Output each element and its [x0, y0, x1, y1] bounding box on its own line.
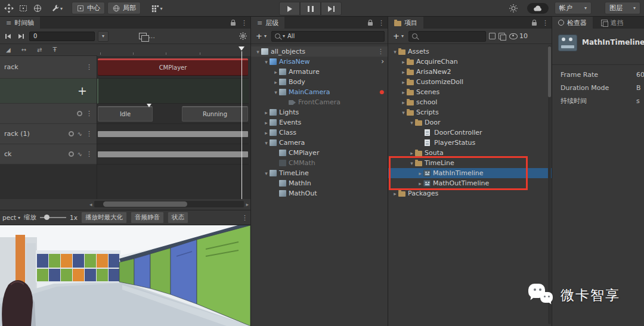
- expand-arrow-icon[interactable]: ▾: [255, 49, 261, 55]
- infinite-clip-bar[interactable]: [98, 151, 248, 157]
- project-row[interactable]: ▾ Scripts: [388, 107, 552, 117]
- scrollbar-thumb[interactable]: [548, 46, 551, 97]
- hierarchy-row[interactable]: ▾ Camera: [251, 138, 388, 148]
- tab-occlusion[interactable]: 遮挡: [595, 17, 630, 29]
- hierarchy-row[interactable]: ▸ Armature: [251, 67, 388, 77]
- step-button[interactable]: [321, 2, 342, 15]
- panel-menu-icon[interactable]: ⋮: [241, 20, 247, 26]
- project-row[interactable]: ▾ TimeLine: [388, 158, 552, 168]
- project-row[interactable]: ▸ Packages: [388, 188, 552, 198]
- scrollbar-thumb[interactable]: [103, 201, 187, 207]
- playhead-handle[interactable]: [239, 46, 244, 51]
- next-frame-button[interactable]: [16, 32, 26, 41]
- scroll-left-icon[interactable]: ◂: [89, 201, 92, 207]
- property-row[interactable]: Duration Mode B: [552, 81, 644, 94]
- project-row[interactable]: ▸ Scenes: [388, 87, 552, 97]
- expand-arrow-icon[interactable]: ▸: [273, 69, 279, 75]
- pause-button[interactable]: [300, 2, 321, 15]
- hierarchy-row[interactable]: ▸ Class: [251, 128, 388, 138]
- expand-arrow-icon[interactable]: ▸: [400, 59, 407, 65]
- expand-arrow-icon[interactable]: ▾: [392, 49, 398, 55]
- clip-marker[interactable]: [147, 104, 151, 107]
- hierarchy-row[interactable]: MathIn: [251, 178, 388, 188]
- expand-arrow-icon[interactable]: ▸: [263, 130, 270, 136]
- lock-icon[interactable]: [231, 22, 236, 26]
- mute-audio-button[interactable]: 音频静音: [131, 212, 164, 223]
- project-row[interactable]: ▸ ArisaNew2: [388, 67, 552, 77]
- infinite-clip-bar[interactable]: [98, 131, 248, 137]
- record-button[interactable]: [69, 151, 74, 157]
- panel-menu-icon[interactable]: ⋮: [542, 20, 549, 26]
- transform-tool-button[interactable]: [32, 3, 43, 14]
- track-menu-icon[interactable]: ⋮: [86, 64, 92, 70]
- curves-toggle-icon[interactable]: ∿: [78, 151, 82, 157]
- track-menu-icon[interactable]: ⋮: [86, 151, 92, 157]
- create-asset-button[interactable]: + ▾: [391, 32, 405, 41]
- tab-hierarchy[interactable]: ≡ 层级: [251, 17, 284, 29]
- track-header-animation-1[interactable]: rack (1) ∿ ⋮: [0, 124, 97, 144]
- expand-arrow-icon[interactable]: ▾: [263, 170, 270, 176]
- property-value[interactable]: s: [636, 97, 644, 105]
- pivot-toggle-button[interactable]: 中心: [72, 2, 105, 14]
- project-row[interactable]: ▸ CustomizeDoll: [388, 77, 552, 87]
- expand-arrow-icon[interactable]: ▸: [400, 100, 407, 105]
- track-lane-animation[interactable]: Idle Running: [97, 104, 249, 124]
- move-tool-button[interactable]: [4, 3, 14, 14]
- track-menu-icon[interactable]: ⋮: [86, 131, 92, 137]
- row-adornment[interactable]: ●: [379, 87, 384, 97]
- timeline-ruler[interactable]: [97, 44, 250, 57]
- lock-icon[interactable]: [532, 22, 537, 26]
- lighting-button[interactable]: [508, 3, 519, 14]
- track-header-cinemachine[interactable]: rack ⋮: [0, 56, 97, 79]
- expand-arrow-icon[interactable]: ▸: [400, 69, 407, 75]
- cloud-services-button[interactable]: [527, 3, 549, 14]
- track-group-lane[interactable]: [97, 79, 249, 104]
- add-track-button[interactable]: +: [78, 85, 87, 97]
- hierarchy-row[interactable]: ▸ Events: [251, 117, 388, 128]
- hierarchy-row[interactable]: ▾ all_objects ⋮: [251, 46, 388, 57]
- grid-snap-button[interactable]: ▾: [148, 3, 166, 14]
- zoom-slider[interactable]: [40, 217, 66, 218]
- create-object-button[interactable]: + ▾: [254, 32, 268, 41]
- curves-icon[interactable]: ◢: [6, 46, 11, 53]
- expand-arrow-icon[interactable]: ▸: [417, 170, 423, 176]
- gamebar-menu-icon[interactable]: ⋮: [242, 215, 248, 221]
- stats-button[interactable]: 状态: [168, 212, 188, 223]
- scroll-right-icon[interactable]: ▸: [246, 201, 249, 207]
- layers-dropdown[interactable]: 图层 ▾: [605, 2, 640, 14]
- pin-icon[interactable]: Ŧ: [52, 46, 57, 54]
- clip-idle[interactable]: Idle: [98, 106, 153, 122]
- hierarchy-row[interactable]: ▸ Lights: [251, 107, 388, 117]
- project-row[interactable]: ▾ Door: [388, 117, 552, 128]
- record-button[interactable]: [77, 111, 82, 116]
- hierarchy-row[interactable]: ▾ TimeLine: [251, 168, 388, 178]
- lock-icon[interactable]: [368, 22, 373, 26]
- tab-timeline[interactable]: ≡ 时间轴: [0, 17, 40, 29]
- previous-frame-button[interactable]: [3, 32, 13, 41]
- ripple-mode-icon[interactable]: ⇄: [37, 46, 42, 53]
- expand-arrow-icon[interactable]: ▸: [273, 79, 279, 85]
- hierarchy-row[interactable]: ▾ MainCamera ●: [251, 87, 388, 97]
- expand-arrow-icon[interactable]: ▾: [408, 160, 415, 166]
- track-lane-activation[interactable]: [97, 144, 249, 164]
- hierarchy-search-input[interactable]: ▾ All: [271, 31, 385, 42]
- row-adornment[interactable]: ⋮: [377, 46, 384, 57]
- project-row[interactable]: ▸ MathInTimeline: [388, 168, 552, 178]
- expand-arrow-icon[interactable]: ▾: [273, 89, 279, 95]
- track-header-activation[interactable]: ck ∿ ⋮: [0, 144, 97, 164]
- aspect-dropdown[interactable]: pect ▾: [2, 214, 20, 221]
- property-value[interactable]: 60: [636, 71, 644, 79]
- expand-arrow-icon[interactable]: ▸: [417, 181, 423, 187]
- expand-arrow-icon[interactable]: ▾: [263, 140, 270, 146]
- frame-unit-dropdown[interactable]: ▾: [98, 31, 109, 42]
- project-row[interactable]: ▸ MathOutTimeline: [388, 178, 552, 188]
- track-header-animation[interactable]: ⋮: [0, 104, 97, 124]
- expand-arrow-icon[interactable]: ▸: [408, 150, 415, 156]
- custom-tools-button[interactable]: ▾: [48, 3, 66, 14]
- project-row[interactable]: DoorController: [388, 128, 552, 138]
- clip-running[interactable]: Running: [182, 106, 248, 122]
- expand-arrow-icon[interactable]: ▸: [392, 191, 398, 197]
- project-row[interactable]: ▾ Assets: [388, 46, 552, 57]
- record-button[interactable]: [69, 131, 74, 136]
- frame-field[interactable]: 0: [29, 32, 95, 41]
